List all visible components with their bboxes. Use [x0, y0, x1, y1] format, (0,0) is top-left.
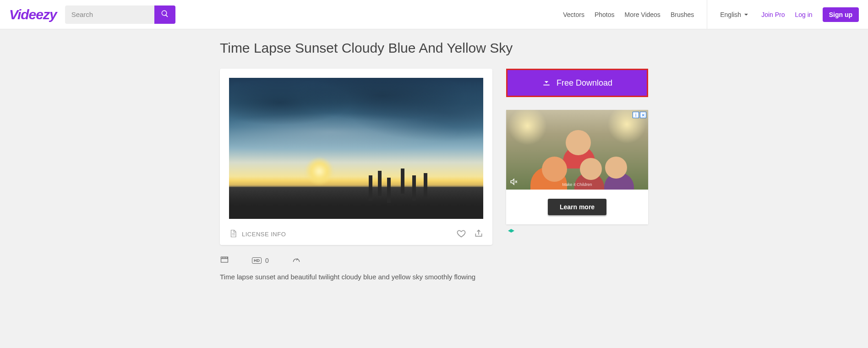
preview-sun: [306, 158, 333, 185]
hd-count: 0: [265, 257, 269, 264]
favorite-button[interactable]: [457, 229, 466, 239]
site-header: Videezy Vectors Photos More Videos Brush…: [0, 0, 868, 29]
ad-info-icon: i: [633, 112, 639, 118]
left-column: LICENSE INFO: [220, 69, 492, 281]
auth-links: Join Pro Log in Sign up: [761, 7, 859, 22]
adchoices-icon[interactable]: [508, 226, 514, 230]
header-divider: [707, 0, 707, 29]
content-columns: LICENSE INFO: [220, 69, 648, 281]
nav-vectors[interactable]: Vectors: [563, 11, 584, 18]
search-button[interactable]: [154, 5, 175, 24]
join-pro-link[interactable]: Join Pro: [761, 11, 785, 18]
site-logo[interactable]: Videezy: [9, 7, 57, 22]
license-info-button[interactable]: LICENSE INFO: [229, 229, 286, 239]
preview-clouds: [229, 78, 483, 177]
video-description: Time lapse sunset and beautiful twilight…: [220, 273, 492, 281]
ad-image: i ✕ Make it Children: [506, 110, 648, 190]
license-actions: [457, 229, 483, 239]
nav-more-videos[interactable]: More Videos: [625, 11, 661, 18]
page-title: Time Lapse Sunset Cloudy Blue And Yellow…: [220, 40, 648, 56]
free-download-button[interactable]: Free Download: [506, 69, 648, 97]
header-right: Vectors Photos More Videos Brushes Engli…: [563, 0, 859, 29]
meta-speed: [292, 255, 301, 266]
license-info-label: LICENSE INFO: [242, 231, 286, 238]
ad-footer: Learn more: [506, 190, 648, 224]
gauge-icon: [292, 255, 301, 266]
meta-film: [220, 255, 229, 266]
download-label: Free Download: [557, 78, 612, 88]
ad-card[interactable]: i ✕ Make it Children Learn more: [506, 110, 648, 224]
main-content: Time Lapse Sunset Cloudy Blue And Yellow…: [220, 29, 648, 299]
ad-close-icon[interactable]: ✕: [640, 112, 646, 118]
language-label: English: [720, 11, 741, 18]
chevron-down-icon: [744, 11, 748, 18]
license-row: LICENSE INFO: [229, 227, 483, 239]
ad-badge[interactable]: i ✕: [633, 112, 646, 118]
search-icon: [161, 10, 169, 19]
primary-nav: Vectors Photos More Videos Brushes: [563, 11, 694, 18]
search-input[interactable]: [65, 5, 154, 24]
heart-icon: [457, 233, 466, 239]
document-icon: [229, 229, 237, 239]
hd-badge-icon: HD: [252, 257, 262, 264]
right-column: Free Download i ✕: [506, 69, 648, 230]
download-icon: [542, 77, 551, 89]
meta-hd: HD 0: [252, 257, 269, 264]
search-form: [65, 5, 175, 24]
video-meta-row: HD 0: [220, 255, 492, 266]
mute-icon[interactable]: [510, 178, 518, 186]
share-button[interactable]: [474, 229, 483, 239]
ad-caption: Make it Children: [562, 182, 592, 187]
signup-button[interactable]: Sign up: [823, 7, 859, 22]
ad-learn-more-button[interactable]: Learn more: [548, 199, 606, 215]
login-link[interactable]: Log in: [795, 11, 813, 18]
share-icon: [474, 233, 483, 239]
film-icon: [220, 255, 229, 266]
language-selector[interactable]: English: [720, 11, 748, 18]
preview-skyline: [229, 187, 483, 219]
video-preview[interactable]: [229, 78, 483, 219]
video-card: LICENSE INFO: [220, 69, 492, 245]
nav-brushes[interactable]: Brushes: [671, 11, 694, 18]
header-left: Videezy: [9, 5, 175, 24]
nav-photos[interactable]: Photos: [595, 11, 615, 18]
